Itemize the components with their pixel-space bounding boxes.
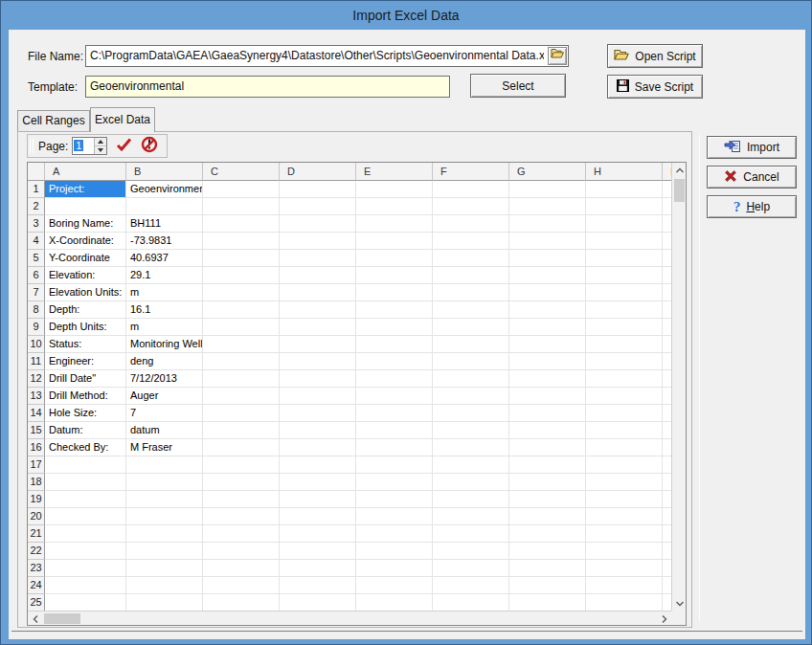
cell-E17[interactable]: [356, 456, 433, 474]
cell-G11[interactable]: [509, 353, 586, 370]
cell-D24[interactable]: [280, 577, 356, 594]
row-header-25[interactable]: 25: [28, 594, 45, 612]
cell-C4[interactable]: [203, 233, 280, 250]
cell-G21[interactable]: [509, 525, 586, 543]
cell-B6[interactable]: 29.1: [126, 267, 203, 284]
cell-G3[interactable]: [509, 215, 586, 233]
cell-G22[interactable]: [509, 543, 586, 560]
cell-C12[interactable]: [203, 370, 280, 388]
row-header-20[interactable]: 20: [28, 508, 45, 525]
cell-E23[interactable]: [356, 560, 433, 577]
row-header-6[interactable]: 6: [28, 267, 45, 284]
row-header-23[interactable]: 23: [28, 560, 45, 577]
spin-down-button[interactable]: [95, 146, 106, 154]
scroll-right-button[interactable]: [657, 612, 672, 626]
vertical-scroll-thumb[interactable]: [674, 179, 685, 202]
toolbar-grip[interactable]: [30, 139, 31, 153]
cell-F21[interactable]: [433, 525, 509, 543]
cell-A7[interactable]: Elevation Units:: [45, 284, 126, 301]
cell-G17[interactable]: [509, 456, 586, 474]
cell-G1[interactable]: [509, 181, 586, 198]
cell-F24[interactable]: [433, 577, 509, 594]
cell-H9[interactable]: [586, 319, 663, 336]
cell-G7[interactable]: [509, 284, 586, 301]
scroll-down-button[interactable]: [672, 596, 687, 612]
cell-D15[interactable]: [280, 422, 356, 439]
cell-H3[interactable]: [586, 215, 663, 233]
row-header-8[interactable]: 8: [28, 301, 45, 319]
cell-H23[interactable]: [586, 560, 663, 577]
cell-E18[interactable]: [356, 474, 433, 491]
cell-C11[interactable]: [203, 353, 280, 370]
cell-G2[interactable]: [509, 198, 586, 215]
cell-A23[interactable]: [45, 560, 126, 577]
cell-H11[interactable]: [586, 353, 663, 370]
cell-E8[interactable]: [356, 301, 433, 319]
cell-C5[interactable]: [203, 250, 280, 267]
cell-B14[interactable]: 7: [126, 405, 203, 422]
cell-H19[interactable]: [586, 491, 663, 508]
cell-E3[interactable]: [356, 215, 433, 233]
cell-H25[interactable]: [586, 594, 663, 612]
cell-G16[interactable]: [509, 439, 586, 456]
cell-A10[interactable]: Status:: [45, 336, 126, 353]
cell-C23[interactable]: [203, 560, 280, 577]
cell-E15[interactable]: [356, 422, 433, 439]
cell-C20[interactable]: [203, 508, 280, 525]
cell-C17[interactable]: [203, 456, 280, 474]
cell-H24[interactable]: [586, 577, 663, 594]
cell-F20[interactable]: [433, 508, 509, 525]
cell-A12[interactable]: Drill Date": [45, 370, 126, 388]
cell-D23[interactable]: [280, 560, 356, 577]
cell-B10[interactable]: Monitoring Well: [126, 336, 203, 353]
cell-F14[interactable]: [433, 405, 509, 422]
cell-D14[interactable]: [280, 405, 356, 422]
cell-A22[interactable]: [45, 543, 126, 560]
cell-E4[interactable]: [356, 233, 433, 250]
cell-H10[interactable]: [586, 336, 663, 353]
cell-D4[interactable]: [280, 233, 356, 250]
column-header-C[interactable]: C: [203, 163, 280, 181]
template-input[interactable]: Geoenvironmental: [85, 76, 450, 98]
cell-B19[interactable]: [126, 491, 203, 508]
cell-D22[interactable]: [280, 543, 356, 560]
file-name-input[interactable]: C:\ProgramData\GAEA\GaeaSynergy4\Datasto…: [85, 45, 569, 67]
cell-H22[interactable]: [586, 543, 663, 560]
cell-H14[interactable]: [586, 405, 663, 422]
cell-E19[interactable]: [356, 491, 433, 508]
cell-H8[interactable]: [586, 301, 663, 319]
toolbar-grip[interactable]: [33, 139, 34, 153]
cell-C18[interactable]: [203, 474, 280, 491]
cell-H5[interactable]: [586, 250, 663, 267]
row-header-7[interactable]: 7: [28, 284, 45, 301]
cell-B16[interactable]: M Fraser: [126, 439, 203, 456]
row-header-21[interactable]: 21: [28, 525, 45, 543]
cell-F1[interactable]: [433, 181, 509, 198]
cell-G18[interactable]: [509, 474, 586, 491]
cell-F6[interactable]: [433, 267, 509, 284]
cell-B8[interactable]: 16.1: [126, 301, 203, 319]
cell-B17[interactable]: [126, 456, 203, 474]
cell-A5[interactable]: Y-Coordinate: [45, 250, 126, 267]
row-header-9[interactable]: 9: [28, 319, 45, 336]
cell-C14[interactable]: [203, 405, 280, 422]
cell-C19[interactable]: [203, 491, 280, 508]
scroll-up-button[interactable]: [672, 163, 687, 178]
cell-F8[interactable]: [433, 301, 509, 319]
tab-cell-ranges[interactable]: Cell Ranges: [17, 110, 90, 131]
cell-A8[interactable]: Depth:: [45, 301, 126, 319]
cell-G25[interactable]: [509, 594, 586, 612]
cell-A1[interactable]: Project:: [45, 181, 126, 198]
column-header-E[interactable]: E: [356, 163, 433, 181]
cell-A20[interactable]: [45, 508, 126, 525]
row-header-2[interactable]: 2: [28, 198, 45, 215]
cell-E14[interactable]: [356, 405, 433, 422]
column-header-F[interactable]: F: [433, 163, 509, 181]
cell-E16[interactable]: [356, 439, 433, 456]
cell-G12[interactable]: [509, 370, 586, 388]
cell-D13[interactable]: [280, 388, 356, 405]
cell-D19[interactable]: [280, 491, 356, 508]
cell-D11[interactable]: [280, 353, 356, 370]
cell-H16[interactable]: [586, 439, 663, 456]
cell-D17[interactable]: [280, 456, 356, 474]
